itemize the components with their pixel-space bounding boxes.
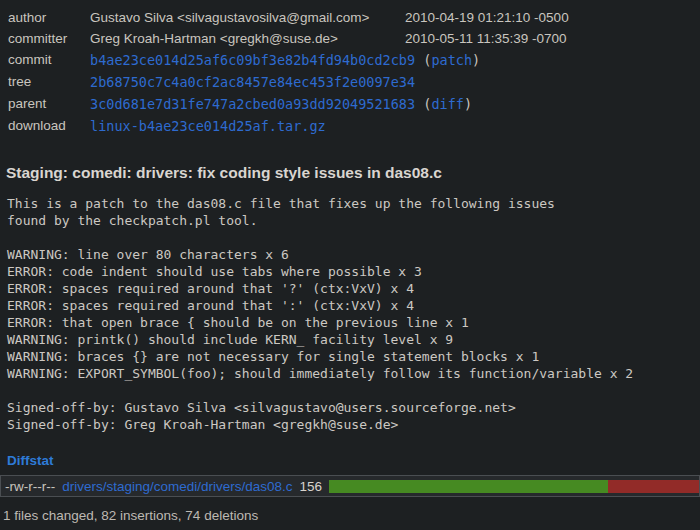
file-change-count: 156: [300, 479, 323, 494]
committer-date: 2010-05-11 11:35:39 -0700: [405, 28, 569, 49]
commit-hash-link[interactable]: b4ae23ce014d25af6c09bf3e82b4fd94b0cd2cb9: [90, 52, 415, 68]
diffstat-heading: Diffstat: [7, 453, 700, 468]
open-paren: (: [415, 52, 431, 68]
diffstat-file-row: -rw-r--r-- drivers/staging/comedi/driver…: [0, 475, 700, 497]
committer-label: committer: [8, 28, 90, 49]
patch-link[interactable]: patch: [431, 52, 472, 68]
diffstat-summary: 1 files changed, 82 insertions, 74 delet…: [3, 508, 700, 523]
diff-link[interactable]: diff: [431, 96, 464, 112]
author-date: 2010-04-19 01:21:10 -0500: [405, 7, 569, 28]
commit-subject: Staging: comedi: drivers: fix coding sty…: [6, 164, 700, 182]
insertions-bar: [329, 480, 608, 493]
close-paren: ): [464, 96, 472, 112]
tree-hash-link[interactable]: 2b68750c7c4a0cf2ac8457e84ec453f2e0097e34: [90, 74, 415, 90]
open-paren: (: [415, 96, 431, 112]
author-value: Gustavo Silva <silvagustavosilva@gmail.c…: [90, 7, 405, 28]
file-mode: -rw-r--r--: [5, 479, 55, 494]
deletions-bar: [608, 480, 699, 493]
parent-hash-link[interactable]: 3c0d681e7d31fe747a2cbed0a93dd92049521683: [90, 96, 415, 112]
committer-value: Greg Kroah-Hartman <gregkh@suse.de>: [90, 28, 405, 49]
diffstat-graph: [329, 480, 699, 493]
parent-label: parent: [8, 93, 90, 115]
tree-label: tree: [8, 71, 90, 93]
file-path-link[interactable]: drivers/staging/comedi/drivers/das08.c: [62, 479, 292, 494]
meta-row-download: download linux-b4ae23ce014d25af.tar.gz: [8, 115, 569, 137]
meta-row-parent: parent 3c0d681e7d31fe747a2cbed0a93dd9204…: [8, 93, 569, 115]
author-label: author: [8, 7, 90, 28]
commit-meta-table: author Gustavo Silva <silvagustavosilva@…: [8, 7, 569, 137]
close-paren: ): [472, 52, 480, 68]
commit-message-body: This is a patch to the das08.c file that…: [7, 195, 700, 433]
commit-label: commit: [8, 49, 90, 71]
meta-row-commit: commit b4ae23ce014d25af6c09bf3e82b4fd94b…: [8, 49, 569, 71]
meta-row-author: author Gustavo Silva <silvagustavosilva@…: [8, 7, 569, 28]
download-label: download: [8, 115, 90, 137]
meta-row-committer: committer Greg Kroah-Hartman <gregkh@sus…: [8, 28, 569, 49]
download-tarball-link[interactable]: linux-b4ae23ce014d25af.tar.gz: [90, 118, 326, 134]
cgit-commit-page: author Gustavo Silva <silvagustavosilva@…: [0, 0, 700, 530]
meta-row-tree: tree 2b68750c7c4a0cf2ac8457e84ec453f2e00…: [8, 71, 569, 93]
